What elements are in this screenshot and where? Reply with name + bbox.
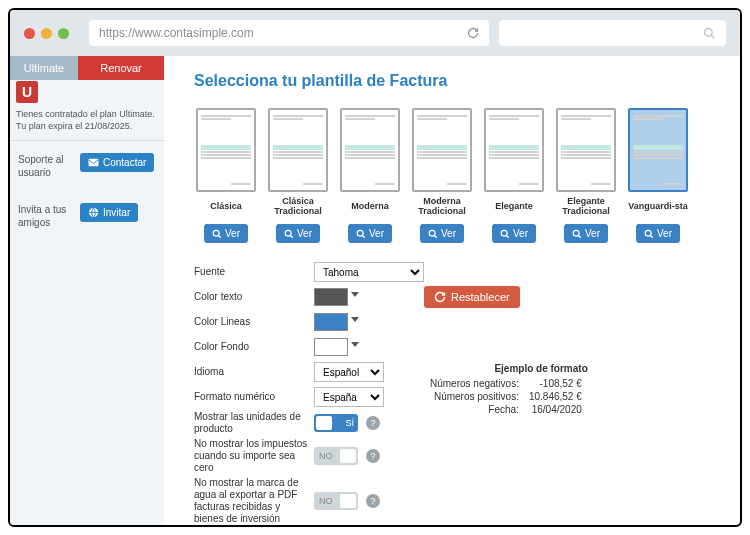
hide-tax-label: No mostrar los impuestos cuando su impor…: [194, 438, 314, 474]
renew-button[interactable]: Renovar: [78, 56, 164, 80]
url-bar[interactable]: https://www.contasimple.com: [89, 20, 489, 46]
svg-point-4: [213, 230, 219, 236]
close-icon[interactable]: [24, 28, 35, 39]
template-card[interactable]: [484, 108, 544, 192]
help-icon[interactable]: ?: [366, 449, 380, 463]
view-template-button[interactable]: Ver: [420, 224, 464, 243]
template-name: Elegante Tradicional: [554, 196, 618, 218]
lang-select[interactable]: Español: [314, 362, 384, 382]
numfmt-select[interactable]: España: [314, 387, 384, 407]
template-name: Elegante: [495, 196, 533, 218]
svg-point-0: [705, 28, 713, 36]
window-controls: [24, 28, 69, 39]
page-title: Selecciona tu plantilla de Factura: [194, 72, 720, 90]
plan-icon: U: [16, 81, 38, 103]
invite-label: Invita a tus amigos: [18, 203, 72, 229]
lang-label: Idioma: [194, 366, 314, 378]
svg-point-14: [573, 230, 579, 236]
template-name: Moderna Tradicional: [410, 196, 474, 218]
template-card[interactable]: [556, 108, 616, 192]
help-icon[interactable]: ?: [366, 494, 380, 508]
svg-point-12: [501, 230, 507, 236]
contact-button[interactable]: Contactar: [80, 153, 154, 172]
plan-badge: Ultimate: [10, 56, 78, 80]
template-card[interactable]: [196, 108, 256, 192]
svg-line-17: [650, 235, 653, 238]
svg-rect-2: [88, 159, 98, 166]
reset-icon: [434, 291, 446, 303]
invite-button[interactable]: Invitar: [80, 203, 138, 222]
svg-line-5: [218, 235, 221, 238]
svg-line-11: [434, 235, 437, 238]
hide-tax-toggle[interactable]: NO: [314, 447, 358, 465]
pos-label: Números positivos:: [426, 391, 523, 402]
app-body: Ultimate Renovar U Tienes contratado el …: [10, 56, 740, 525]
settings-section: Fuente Tahoma Color texto Color Lineas: [194, 261, 720, 525]
search-icon: [703, 27, 716, 40]
view-template-button[interactable]: Ver: [276, 224, 320, 243]
svg-line-9: [362, 235, 365, 238]
template-name: Clásica Tradicional: [266, 196, 330, 218]
svg-point-6: [285, 230, 291, 236]
contact-label: Contactar: [103, 157, 146, 168]
support-label: Soporte al usuario: [18, 153, 72, 179]
template-name: Moderna: [351, 196, 389, 218]
help-icon[interactable]: ?: [366, 416, 380, 430]
pos-value: 10.846,52 €: [525, 391, 586, 402]
view-template-button[interactable]: Ver: [636, 224, 680, 243]
neg-value: -108,52 €: [525, 378, 586, 389]
view-template-button[interactable]: Ver: [492, 224, 536, 243]
units-toggle[interactable]: SÍ: [314, 414, 358, 432]
svg-line-13: [506, 235, 509, 238]
maximize-icon[interactable]: [58, 28, 69, 39]
line-color-label: Color Lineas: [194, 316, 314, 328]
numfmt-label: Formato numérico: [194, 391, 314, 403]
bg-color-label: Color Fondo: [194, 341, 314, 353]
template-card[interactable]: [628, 108, 688, 192]
url-text: https://www.contasimple.com: [99, 26, 254, 40]
mail-icon: [88, 158, 99, 167]
watermark-label: No mostrar la marca de agua al exportar …: [194, 477, 314, 525]
svg-point-16: [645, 230, 651, 236]
svg-point-10: [429, 230, 435, 236]
neg-label: Números negativos:: [426, 378, 523, 389]
template-name: Vanguardi-sta: [628, 196, 688, 218]
template-name: Clásica: [210, 196, 242, 218]
date-label: Fecha:: [426, 404, 523, 415]
sidebar: Ultimate Renovar U Tienes contratado el …: [10, 56, 164, 525]
minimize-icon[interactable]: [41, 28, 52, 39]
app-frame: https://www.contasimple.com Ultimate Ren…: [8, 8, 742, 527]
svg-point-8: [357, 230, 363, 236]
font-label: Fuente: [194, 266, 314, 278]
line-color-swatch[interactable]: [314, 313, 348, 331]
svg-line-7: [290, 235, 293, 238]
reset-button[interactable]: Restablecer: [424, 286, 520, 308]
view-template-button[interactable]: Ver: [564, 224, 608, 243]
reset-label: Restablecer: [451, 291, 510, 303]
text-color-label: Color texto: [194, 291, 314, 303]
template-card[interactable]: [268, 108, 328, 192]
watermark-toggle[interactable]: NO: [314, 492, 358, 510]
font-select[interactable]: Tahoma: [314, 262, 424, 282]
main-panel: Selecciona tu plantilla de Factura Clási…: [164, 56, 740, 525]
svg-line-1: [711, 35, 714, 38]
view-template-button[interactable]: Ver: [204, 224, 248, 243]
template-list: ClásicaVerClásica TradicionalVerModernaV…: [194, 108, 720, 243]
view-template-button[interactable]: Ver: [348, 224, 392, 243]
template-card[interactable]: [412, 108, 472, 192]
text-color-swatch[interactable]: [314, 288, 348, 306]
invite-btn-label: Invitar: [103, 207, 130, 218]
units-label: Mostrar las unidades de producto: [194, 411, 314, 435]
bg-color-swatch[interactable]: [314, 338, 348, 356]
browser-chrome: https://www.contasimple.com: [10, 10, 740, 56]
search-box[interactable]: [499, 20, 726, 46]
refresh-icon[interactable]: [467, 27, 479, 39]
format-example: Ejemplo de formato Números negativos:-10…: [424, 363, 588, 417]
plan-description: Tienes contratado el plan Ultimate. Tu p…: [10, 105, 164, 141]
svg-line-15: [578, 235, 581, 238]
template-card[interactable]: [340, 108, 400, 192]
date-value: 16/04/2020: [525, 404, 586, 415]
globe-icon: [88, 207, 99, 218]
example-title: Ejemplo de formato: [424, 363, 588, 374]
